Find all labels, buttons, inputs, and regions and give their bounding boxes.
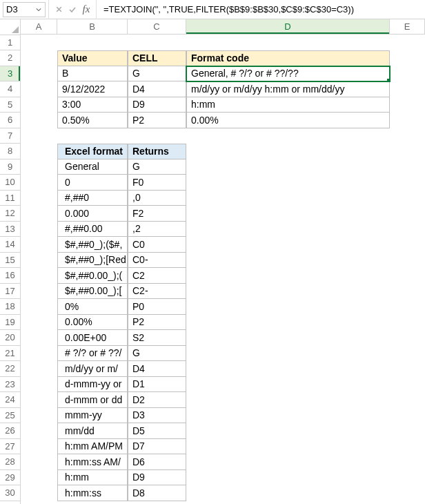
cell[interactable] — [21, 81, 57, 97]
cell[interactable]: $#,##0.00_);( — [57, 268, 128, 284]
cell[interactable]: C0 — [128, 237, 186, 253]
cell[interactable]: F2 — [128, 206, 186, 222]
cell[interactable]: mm/dd — [57, 423, 128, 439]
cell[interactable]: D9 — [128, 470, 186, 486]
cell[interactable]: ,0 — [128, 191, 186, 206]
cell[interactable] — [390, 81, 425, 97]
row-header[interactable]: 15 — [0, 253, 21, 269]
cell[interactable] — [186, 191, 390, 206]
cell[interactable]: C2 — [128, 268, 186, 284]
cell[interactable] — [21, 470, 57, 486]
cell[interactable] — [21, 66, 57, 82]
cell[interactable]: 0.50% — [57, 113, 128, 128]
cell[interactable] — [21, 253, 57, 269]
cell[interactable] — [21, 222, 57, 238]
cell[interactable] — [390, 392, 425, 408]
row-header[interactable]: 30 — [0, 485, 21, 501]
cell[interactable] — [186, 501, 390, 505]
cell[interactable]: S2 — [128, 330, 186, 346]
row-header[interactable]: 31 — [0, 501, 21, 505]
select-all-corner[interactable] — [0, 19, 21, 35]
cancel-formula-button[interactable] — [52, 2, 66, 17]
cell[interactable]: h:mm — [57, 470, 128, 486]
cell[interactable] — [186, 330, 390, 346]
cell[interactable] — [390, 330, 425, 346]
cell[interactable]: # ?/? or # ??/ — [57, 346, 128, 362]
cell[interactable] — [186, 454, 390, 470]
cell[interactable] — [21, 439, 57, 455]
cell[interactable] — [21, 392, 57, 408]
row-header[interactable]: 16 — [0, 268, 21, 284]
cell[interactable] — [390, 206, 425, 222]
cell[interactable] — [21, 128, 57, 144]
cell[interactable] — [390, 439, 425, 455]
cell[interactable]: D2 — [128, 392, 186, 408]
cell[interactable] — [21, 330, 57, 346]
column-header[interactable]: C — [128, 19, 186, 35]
cell[interactable] — [186, 144, 390, 159]
cell[interactable] — [186, 284, 390, 300]
cell[interactable] — [390, 159, 425, 175]
cell[interactable] — [128, 128, 186, 144]
cell[interactable] — [186, 470, 390, 486]
cell[interactable]: General — [57, 159, 128, 175]
cell[interactable] — [390, 299, 425, 315]
cell[interactable] — [21, 50, 57, 66]
cell[interactable]: D4 — [128, 81, 186, 97]
cell[interactable] — [21, 159, 57, 175]
row-header[interactable]: 6 — [0, 113, 21, 128]
cell[interactable]: D5 — [128, 423, 186, 439]
row-header[interactable]: 29 — [0, 470, 21, 486]
cell[interactable] — [390, 35, 425, 51]
cell[interactable] — [390, 501, 425, 505]
cell[interactable]: D1 — [128, 377, 186, 393]
cell[interactable] — [186, 159, 390, 175]
cell[interactable] — [390, 128, 425, 144]
formula-input[interactable]: =TEXTJOIN(", ",TRUE,FILTER($B$9:$B$30,$C… — [99, 3, 425, 16]
cell[interactable]: General, # ?/? or # ??/?? — [186, 66, 390, 82]
cell[interactable] — [186, 299, 390, 315]
cell[interactable]: D8 — [128, 485, 186, 501]
row-header[interactable]: 23 — [0, 377, 21, 393]
row-header[interactable]: 26 — [0, 423, 21, 439]
cell[interactable] — [390, 222, 425, 238]
cell[interactable] — [128, 501, 186, 505]
cell[interactable] — [186, 253, 390, 269]
column-header[interactable]: A — [21, 19, 57, 35]
cell[interactable] — [186, 439, 390, 455]
cell[interactable]: D3 — [128, 408, 186, 424]
cell[interactable]: C2- — [128, 284, 186, 300]
cell[interactable] — [186, 408, 390, 424]
row-header[interactable]: 20 — [0, 330, 21, 346]
cell[interactable] — [57, 128, 128, 144]
row-header[interactable]: 10 — [0, 175, 21, 191]
cell[interactable] — [21, 361, 57, 377]
cell[interactable] — [21, 377, 57, 393]
column-header[interactable]: B — [57, 19, 128, 35]
cell[interactable] — [21, 191, 57, 206]
cell[interactable]: 0.00E+00 — [57, 330, 128, 346]
enter-formula-button[interactable] — [66, 2, 79, 17]
name-box[interactable]: D3 — [3, 2, 46, 17]
cell[interactable]: m/d/yy or m/d/yy h:mm or mm/dd/yy — [186, 81, 390, 97]
cell[interactable] — [186, 268, 390, 284]
cell[interactable]: h:mm:ss — [57, 485, 128, 501]
row-header[interactable]: 22 — [0, 361, 21, 377]
cell[interactable]: Value — [57, 50, 128, 66]
cell[interactable]: F0 — [128, 175, 186, 191]
cell[interactable]: CELL — [128, 50, 186, 66]
cell[interactable]: B — [57, 66, 128, 82]
cell[interactable]: #,##0 — [57, 191, 128, 206]
cell[interactable] — [21, 284, 57, 300]
row-header[interactable]: 4 — [0, 81, 21, 97]
cell[interactable]: P2 — [128, 113, 186, 128]
row-header[interactable]: 7 — [0, 128, 21, 144]
cell[interactable] — [390, 377, 425, 393]
cell[interactable]: d-mmm or dd — [57, 392, 128, 408]
cell[interactable]: m/d/yy or m/ — [57, 361, 128, 377]
cell[interactable] — [390, 113, 425, 128]
cell[interactable] — [21, 97, 57, 113]
cell[interactable] — [390, 191, 425, 206]
cell[interactable] — [186, 206, 390, 222]
cell[interactable] — [21, 454, 57, 470]
